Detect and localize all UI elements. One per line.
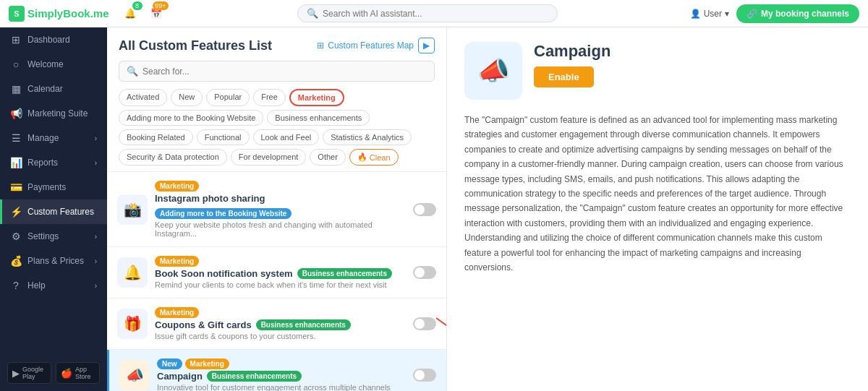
campaign-toggle[interactable] bbox=[413, 369, 436, 382]
instagram-toggle[interactable] bbox=[413, 203, 436, 216]
book-soon-name-text: Book Soon notification system bbox=[155, 268, 293, 279]
marketing-icon: 📢 bbox=[10, 108, 22, 119]
campaign-desc: Innovative tool for customer engagement … bbox=[157, 383, 406, 391]
app-store-button[interactable]: 🍎 App Store bbox=[56, 362, 100, 384]
user-dropdown-icon: ▾ bbox=[725, 9, 729, 19]
tag-free[interactable]: Free bbox=[253, 89, 286, 106]
dashboard-icon: ⊞ bbox=[10, 34, 22, 46]
book-soon-marketing-badge: Marketing bbox=[155, 256, 199, 267]
campaign-marketing-badge: Marketing bbox=[185, 358, 229, 369]
search-features-bar[interactable]: 🔍 bbox=[119, 61, 435, 82]
sidebar-label-welcome: Welcome bbox=[27, 59, 64, 69]
sidebar-item-payments[interactable]: 💳 Payments bbox=[0, 175, 107, 199]
features-header: All Custom Features List ⊞ Custom Featur… bbox=[107, 27, 446, 172]
tag-marketing[interactable]: Marketing bbox=[289, 89, 344, 106]
campaign-name-row: Campaign Business enhancements bbox=[157, 371, 406, 382]
user-menu[interactable]: 👤 User ▾ bbox=[690, 9, 729, 19]
book-soon-badges: Marketing bbox=[155, 256, 406, 267]
campaign-detail-name: Campaign bbox=[534, 42, 610, 61]
sidebar-item-marketing[interactable]: 📢 Marketing Suite bbox=[0, 101, 107, 126]
sidebar-item-help[interactable]: ? Help › bbox=[0, 273, 107, 298]
tag-business[interactable]: Business enhancements bbox=[267, 110, 370, 126]
custom-features-map-link[interactable]: ⊞ Custom Features Map bbox=[317, 40, 414, 51]
search-input[interactable] bbox=[323, 9, 548, 19]
coupons-info: Marketing Coupons & Gift cards Business … bbox=[155, 307, 406, 340]
google-play-icon: ▶ bbox=[12, 368, 20, 379]
sidebar-item-plans[interactable]: 💰 Plans & Prices › bbox=[0, 249, 107, 273]
tag-statistics[interactable]: Statistics & Analytics bbox=[323, 129, 412, 145]
sidebar-label-plans: Plans & Prices bbox=[27, 256, 84, 266]
instagram-marketing-badge: Marketing bbox=[155, 181, 199, 192]
campaign-info: New Marketing Campaign Business enhancem… bbox=[157, 358, 406, 391]
book-soon-desc: Remind your clients to come back when it… bbox=[155, 280, 406, 289]
coupons-toggle[interactable] bbox=[413, 317, 436, 330]
instagram-info: Marketing Instagram photo sharing Adding… bbox=[155, 181, 406, 238]
sidebar-item-welcome[interactable]: ○ Welcome bbox=[0, 52, 107, 77]
settings-icon: ⚙ bbox=[10, 231, 22, 242]
sidebar-item-manage[interactable]: ☰ Manage › bbox=[0, 126, 107, 150]
campaign-detail-text: The "Campaign" custom feature is defined… bbox=[464, 113, 851, 275]
sidebar-item-calendar[interactable]: ▦ Calendar bbox=[0, 77, 107, 101]
detail-panel: 📣 Campaign Enable The "Campaign" custom … bbox=[447, 27, 868, 391]
tag-look-feel[interactable]: Look and Feel bbox=[253, 129, 320, 145]
feature-item-campaign[interactable]: 📣 New Marketing Campaign Business enhanc… bbox=[107, 350, 446, 391]
sidebar-item-custom-features[interactable]: ⚡ Custom Features bbox=[0, 199, 107, 224]
tag-functional[interactable]: Functional bbox=[197, 129, 250, 145]
coupons-badges: Marketing bbox=[155, 307, 406, 318]
user-icon: 👤 bbox=[690, 9, 701, 19]
manage-icon: ☰ bbox=[10, 132, 22, 144]
tag-other[interactable]: Other bbox=[310, 149, 346, 166]
tag-popular[interactable]: Popular bbox=[206, 89, 250, 106]
welcome-icon: ○ bbox=[10, 59, 22, 70]
tag-booking-related[interactable]: Booking Related bbox=[119, 129, 193, 145]
tag-security[interactable]: Security & Data protection bbox=[119, 149, 227, 166]
tag-clean[interactable]: 🔥 Clean bbox=[349, 149, 399, 166]
feature-item-instagram[interactable]: 📸 Marketing Instagram photo sharing Addi… bbox=[107, 172, 446, 247]
map-play-button[interactable]: ▶ bbox=[418, 38, 435, 53]
sidebar-label-payments: Payments bbox=[27, 182, 66, 192]
tag-new[interactable]: New bbox=[171, 89, 203, 106]
calendar-icon-btn[interactable]: 📅 99+ bbox=[147, 4, 166, 23]
search-features-input[interactable] bbox=[142, 66, 427, 77]
feature-item-coupons[interactable]: 🎁 Marketing Coupons & Gift cards Busines… bbox=[107, 298, 446, 350]
tag-development[interactable]: For development bbox=[231, 149, 307, 166]
sidebar-item-settings[interactable]: ⚙ Settings › bbox=[0, 224, 107, 249]
google-play-button[interactable]: ▶ Google Play bbox=[7, 362, 51, 384]
instagram-badges: Marketing bbox=[155, 181, 406, 192]
reports-icon: 📊 bbox=[10, 157, 22, 168]
book-soon-icon: 🔔 bbox=[117, 257, 148, 288]
notification-bell[interactable]: 🔔 8 bbox=[121, 4, 140, 23]
tag-adding[interactable]: Adding more to the Booking Website bbox=[119, 110, 263, 126]
app-store-label: App Store bbox=[75, 366, 95, 380]
coupons-name: Coupons & Gift cards Business enhancemen… bbox=[155, 319, 406, 330]
sidebar-item-dashboard[interactable]: ⊞ Dashboard bbox=[0, 27, 107, 52]
coupons-icon: 🎁 bbox=[117, 309, 148, 339]
settings-arrow-icon: › bbox=[95, 233, 97, 241]
sidebar-item-reports[interactable]: 📊 Reports › bbox=[0, 150, 107, 175]
user-label: User bbox=[704, 9, 722, 19]
payments-icon: 💳 bbox=[10, 181, 22, 193]
logo[interactable]: S SimplyBook.me bbox=[9, 6, 109, 22]
campaign-title-block: Campaign Enable bbox=[534, 42, 610, 87]
sidebar-label-custom-features: Custom Features bbox=[27, 207, 94, 217]
sidebar-label-marketing: Marketing Suite bbox=[27, 108, 88, 119]
book-soon-toggle[interactable] bbox=[413, 266, 436, 279]
logo-icon: S bbox=[9, 6, 25, 22]
campaign-cat-tag: Business enhancements bbox=[207, 371, 302, 382]
booking-channels-button[interactable]: 🔗 My booking channels bbox=[736, 4, 859, 23]
instagram-cat-tag: Adding more to the Booking Website bbox=[155, 208, 292, 219]
nav-icons: 🔔 8 📅 99+ bbox=[121, 4, 166, 23]
campaign-icon: 📣 bbox=[119, 360, 150, 390]
feature-item-book-soon[interactable]: 🔔 Marketing Book Soon notification syste… bbox=[107, 247, 446, 298]
search-bar[interactable]: 🔍 bbox=[297, 4, 558, 22]
apple-icon: 🍎 bbox=[61, 368, 72, 379]
plans-icon: 💰 bbox=[10, 255, 22, 267]
search-icon: 🔍 bbox=[307, 8, 318, 19]
notification-badge: 8 bbox=[132, 1, 142, 10]
enable-button[interactable]: Enable bbox=[534, 66, 594, 87]
tag-activated[interactable]: Activated bbox=[119, 89, 167, 106]
plans-arrow-icon: › bbox=[95, 257, 97, 265]
instagram-desc: Keep your website photos fresh and chang… bbox=[155, 220, 406, 238]
coupons-cat-tag: Business enhancements bbox=[256, 319, 351, 330]
calendar-badge: 99+ bbox=[153, 1, 168, 10]
